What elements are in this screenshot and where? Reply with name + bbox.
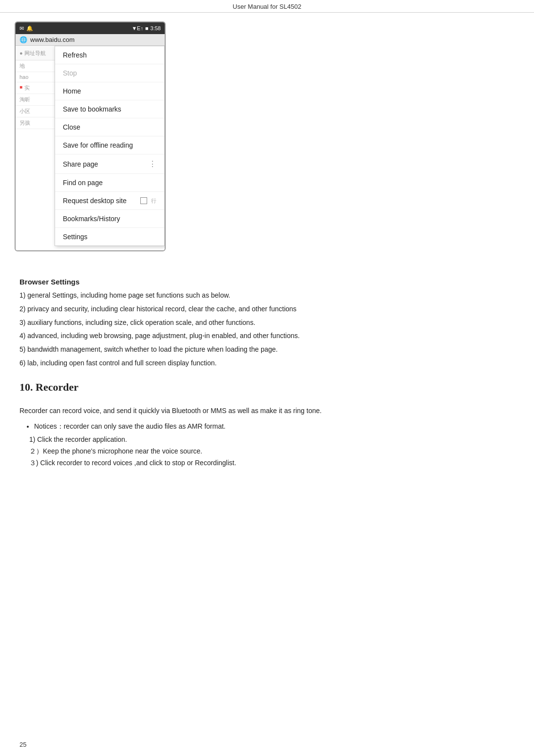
browser-settings-item-2: 2) privacy and security, including clear… bbox=[19, 303, 515, 315]
notification-icon: 🔔 bbox=[26, 25, 33, 32]
status-left-icons: ✉ 🔔 bbox=[19, 25, 33, 32]
recorder-step-2: ２）Keep the phone's microphone near the v… bbox=[29, 446, 515, 457]
bookmark-icon: ■ bbox=[19, 84, 22, 92]
msg-icon: ✉ bbox=[19, 25, 24, 32]
status-right: ▼E↑ ■ 3:58 bbox=[132, 25, 161, 31]
menu-item-close[interactable]: Close bbox=[55, 118, 164, 136]
desktop-extra: 行 bbox=[151, 197, 156, 205]
page-number: 25 bbox=[19, 741, 26, 748]
recorder-section: 10. Recorder Recorder can record voice, … bbox=[19, 381, 515, 469]
content-text-4: 淘昕 bbox=[19, 96, 30, 103]
menu-item-stop[interactable]: Stop bbox=[55, 64, 164, 82]
menu-item-bookmarks-history[interactable]: Bookmarks/History bbox=[55, 210, 164, 228]
recorder-step-3: ３) Click recorder to record voices ,and … bbox=[29, 457, 515, 469]
menu-item-request-desktop[interactable]: Request desktop site 行 bbox=[55, 192, 164, 210]
globe-icon: 🌐 bbox=[19, 36, 27, 43]
menu-item-share-page[interactable]: Share page ⋮ bbox=[55, 154, 164, 174]
url-text: www.baidu.com bbox=[30, 36, 161, 43]
status-bar: ✉ 🔔 ▼E↑ ■ 3:58 bbox=[16, 22, 165, 34]
desktop-checkbox-area: 行 bbox=[140, 197, 156, 205]
menu-item-refresh[interactable]: Refresh bbox=[55, 46, 164, 64]
recorder-intro: Recorder can record voice, and send it q… bbox=[19, 405, 515, 417]
page-title: User Manual for SL4502 bbox=[0, 0, 534, 13]
content-text-5: 小区 bbox=[19, 108, 30, 115]
recorder-step-1: 1) Click the recorder application. bbox=[29, 434, 515, 446]
browser-settings-item-6: 6) lab, including open fast control and … bbox=[19, 358, 515, 369]
content-text-2: hao bbox=[19, 74, 28, 80]
address-bar[interactable]: 🌐 www.baidu.com bbox=[16, 34, 165, 46]
chapter-heading: 10. Recorder bbox=[19, 381, 515, 394]
recorder-bullets: Notices：recorder can only save the audio… bbox=[19, 421, 515, 433]
menu-item-settings[interactable]: Settings bbox=[55, 228, 164, 246]
menu-item-home[interactable]: Home bbox=[55, 82, 164, 100]
main-content: Browser Settings 1) general Settings, in… bbox=[0, 256, 534, 479]
menu-item-save-offline[interactable]: Save for offline reading bbox=[55, 136, 164, 154]
phone-area: ✉ 🔔 ▼E↑ ■ 3:58 🌐 www.baidu.com ● 网址导航 ⋮ … bbox=[0, 13, 534, 256]
menu-item-find-on-page[interactable]: Find on page bbox=[55, 174, 164, 192]
signal-icon: ▼E↑ bbox=[132, 25, 143, 31]
share-dots: ⋮ bbox=[149, 159, 156, 169]
dropdown-menu: Refresh Stop Home Save to bookmarks Clos… bbox=[55, 46, 165, 246]
battery-icon: ■ bbox=[145, 25, 149, 31]
browser-settings-item-1: 1) general Settings, including home page… bbox=[19, 290, 515, 302]
recorder-notice: Notices：recorder can only save the audio… bbox=[34, 421, 515, 433]
phone-mockup: ✉ 🔔 ▼E↑ ■ 3:58 🌐 www.baidu.com ● 网址导航 ⋮ … bbox=[15, 21, 166, 251]
menu-item-save-bookmarks[interactable]: Save to bookmarks bbox=[55, 100, 164, 118]
content-text-1: 地 bbox=[19, 62, 25, 70]
browser-settings-title: Browser Settings bbox=[19, 278, 515, 286]
browser-settings-item-3: 3) auxiliary functions, including size, … bbox=[19, 317, 515, 329]
nav-bg-text: ● 网址导航 bbox=[19, 50, 46, 56]
chapter-title: Recorder bbox=[36, 381, 78, 393]
content-text-6: 另孩 bbox=[19, 119, 30, 127]
browser-settings-item-5: 5) bandwidth management, switch whether … bbox=[19, 344, 515, 356]
desktop-checkbox[interactable] bbox=[140, 197, 147, 204]
browser-background: ● 网址导航 ⋮ 地 片 hao ■ 实 ⋮ 淘昕 小区 x' bbox=[16, 46, 165, 250]
content-text-3: 实 bbox=[24, 84, 30, 92]
browser-settings-section: Browser Settings 1) general Settings, in… bbox=[19, 278, 515, 369]
browser-settings-item-4: 4) advanced, including web browsing, pag… bbox=[19, 330, 515, 342]
time-display: 3:58 bbox=[151, 25, 161, 31]
chapter-number: 10. bbox=[19, 381, 33, 393]
